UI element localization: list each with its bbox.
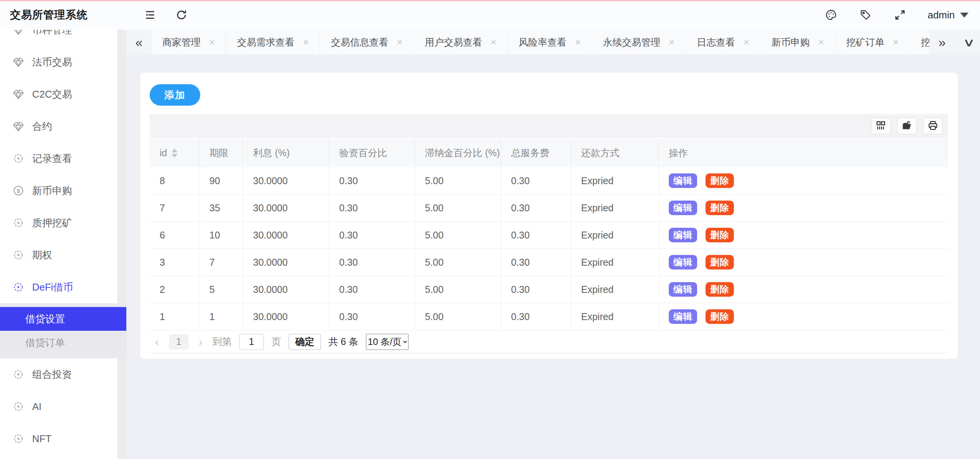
tab-新币申购[interactable]: 新币申购×	[761, 30, 835, 54]
cell-late_fee_pct: 5.00	[415, 194, 501, 221]
column-header-滞纳金百分比 (%): 滞纳金百分比 (%)	[415, 139, 501, 167]
export-button[interactable]	[897, 118, 917, 134]
tab-日志查看[interactable]: 日志查看×	[686, 30, 760, 54]
tab-close-icon[interactable]: ×	[818, 37, 824, 47]
sidebar-item-组合投资[interactable]: 组合投资	[0, 358, 126, 390]
top-header: 交易所管理系统 admin	[0, 0, 980, 30]
cell-service_fee: 0.30	[501, 194, 571, 221]
edit-button[interactable]: 编辑	[669, 201, 697, 215]
tab-挖矿设置[interactable]: 挖矿设置×	[910, 30, 929, 54]
sidebar-item-NFT[interactable]: NFT	[0, 423, 126, 455]
sidebar-item-合约[interactable]: 合约	[0, 110, 126, 142]
cell-service_fee: 0.30	[501, 249, 571, 276]
submenu-item-借贷设置[interactable]: 借贷设置	[0, 307, 126, 331]
edit-button[interactable]: 编辑	[669, 309, 697, 324]
sidebar-item-label: 新币申购	[32, 184, 72, 198]
sidebar-item-法币交易[interactable]: 法币交易	[0, 46, 126, 78]
sidebar-menu: 币种管理法币交易C2C交易合约记录查看$新币申购质押挖矿期权DeFi借币借贷设置…	[0, 30, 126, 455]
cell-repay: Expried	[571, 167, 659, 194]
tab-永续交易管理[interactable]: 永续交易管理×	[592, 30, 685, 54]
gauge-icon	[12, 433, 24, 445]
next-page-button[interactable]: ›	[196, 335, 205, 348]
print-button[interactable]	[923, 118, 943, 134]
current-page-badge[interactable]: 1	[169, 334, 189, 350]
cell-id: 6	[150, 222, 199, 248]
cell-id: 1	[150, 303, 199, 330]
svg-text:$: $	[17, 188, 20, 194]
sidebar-item-期权[interactable]: 期权	[0, 239, 126, 271]
menu-fold-icon[interactable]	[143, 8, 157, 22]
delete-button[interactable]: 删除	[706, 201, 734, 215]
add-button[interactable]: 添加	[150, 84, 200, 106]
column-header-label: 期限	[209, 147, 229, 159]
tab-风险率查看[interactable]: 风险率查看×	[508, 30, 591, 54]
tab-close-icon[interactable]: ×	[303, 37, 309, 47]
gauge-icon	[12, 368, 24, 381]
sidebar-item-AI[interactable]: AI	[0, 390, 126, 423]
sidebar-item-DeFi借币[interactable]: DeFi借币	[0, 271, 126, 303]
user-menu[interactable]: admin	[928, 9, 969, 21]
tab-close-icon[interactable]: ×	[743, 37, 749, 47]
tab-close-icon[interactable]: ×	[209, 37, 215, 47]
column-header-操作: 操作	[659, 139, 948, 167]
sort-icon[interactable]	[172, 149, 178, 158]
sidebar-item-C2C交易[interactable]: C2C交易	[0, 78, 126, 110]
table-toolbar	[150, 114, 948, 138]
tab-交易需求查看[interactable]: 交易需求查看×	[226, 30, 319, 54]
edit-button[interactable]: 编辑	[669, 173, 697, 188]
tab-用户交易查看[interactable]: 用户交易查看×	[414, 30, 507, 54]
delete-button[interactable]: 删除	[706, 228, 734, 242]
confirm-page-button[interactable]: 确定	[289, 334, 321, 350]
edit-button[interactable]: 编辑	[669, 228, 697, 242]
tag-icon[interactable]	[859, 8, 872, 22]
sidebar-item-label: 法币交易	[32, 56, 72, 69]
columns-button[interactable]	[871, 118, 891, 134]
tabs-scroll-right-button[interactable]: »	[929, 30, 955, 54]
cell-late_fee_pct: 5.00	[415, 167, 501, 194]
column-header-id[interactable]: id	[150, 139, 199, 167]
cell-capital_pct: 0.30	[329, 167, 415, 194]
column-header-label: 利息 (%)	[253, 147, 290, 159]
cell-interest: 30.0000	[243, 222, 329, 248]
prev-page-button[interactable]: ‹	[153, 335, 161, 348]
delete-button[interactable]: 删除	[706, 255, 734, 270]
cell-repay: Expired	[571, 303, 659, 330]
delete-button[interactable]: 删除	[706, 173, 734, 188]
tabs-scroll-left-button[interactable]: «	[126, 30, 152, 54]
refresh-icon[interactable]	[175, 8, 188, 22]
gauge-icon	[12, 217, 24, 229]
table-row: 1130.00000.305.000.30Expired编辑删除	[150, 303, 948, 330]
column-header-label: 滞纳金百分比 (%)	[425, 147, 500, 159]
delete-button[interactable]: 删除	[706, 282, 734, 297]
column-header-label: 操作	[669, 147, 688, 159]
sidebar-item-质押挖矿[interactable]: 质押挖矿	[0, 207, 126, 239]
tabs-bar: « 商家管理×交易需求查看×交易信息查看×用户交易查看×风险率查看×永续交易管理…	[126, 30, 980, 54]
tab-label: 商家管理	[162, 36, 201, 49]
cell-service_fee: 0.30	[501, 167, 571, 194]
tab-close-icon[interactable]: ×	[575, 37, 581, 47]
sidebar-item-label: 合约	[32, 120, 52, 133]
palette-icon[interactable]	[824, 8, 838, 22]
edit-button[interactable]: 编辑	[669, 282, 697, 297]
tab-close-icon[interactable]: ×	[491, 37, 497, 47]
tab-close-icon[interactable]: ×	[397, 37, 402, 47]
tab-close-icon[interactable]: ×	[669, 37, 675, 47]
tab-交易信息查看[interactable]: 交易信息查看×	[320, 30, 413, 54]
submenu-item-借贷订单[interactable]: 借贷订单	[0, 331, 126, 354]
tab-商家管理[interactable]: 商家管理×	[152, 30, 225, 54]
delete-button[interactable]: 删除	[706, 309, 734, 324]
sidebar-item-新币申购[interactable]: $新币申购	[0, 175, 126, 207]
tabs-dropdown-button[interactable]: ∨	[963, 36, 975, 49]
tab-挖矿订单[interactable]: 挖矿订单×	[836, 30, 910, 54]
edit-button[interactable]: 编辑	[669, 255, 697, 270]
sidebar-item-币种管理[interactable]: 币种管理	[0, 30, 126, 46]
page-size-select[interactable]: 10 条/页	[366, 334, 408, 350]
fullscreen-icon[interactable]	[893, 8, 907, 22]
cell-interest: 30.0000	[243, 303, 329, 330]
sidebar-item-记录查看[interactable]: 记录查看	[0, 142, 126, 175]
app-title: 交易所管理系统	[0, 8, 126, 22]
page-number-input[interactable]	[239, 334, 264, 350]
header-right-actions: admin	[824, 8, 980, 22]
tab-close-icon[interactable]: ×	[893, 37, 899, 47]
table-row: 61030.00000.305.000.30Expried编辑删除	[150, 222, 948, 249]
